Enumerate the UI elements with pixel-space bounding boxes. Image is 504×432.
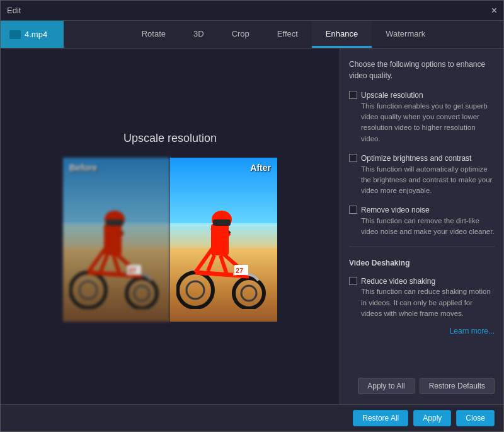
preview-title: Upscale resolution [123,132,217,145]
edit-window: Edit × 4.mp4 Rotate 3D Crop Effect Enhan… [0,0,504,432]
window-title: Edit [7,6,21,15]
noise-desc: This function can remove the dirt-like v… [361,216,495,238]
file-tab-label: 4.mp4 [25,30,47,39]
deshaking-desc: This function can reduce shaking motion … [361,286,495,319]
upscale-desc: This function enables you to get superb … [361,101,495,144]
upscale-row: Upscale resolution [349,90,495,101]
deshaking-option: Reduce video shaking This function can r… [349,274,495,320]
svg-text:27: 27 [236,267,243,274]
before-label: Before [69,163,97,173]
before-image: 27 Before [63,158,170,322]
svg-rect-33 [213,219,231,226]
settings-intro: Choose the following options to enhance … [349,59,495,81]
svg-line-31 [208,255,214,271]
svg-point-20 [234,278,264,308]
restore-all-button[interactable]: Restore All [353,410,408,426]
svg-point-2 [127,278,157,308]
upscale-option: Upscale resolution This function enables… [349,88,495,144]
after-moto-bg: 27 [170,158,277,322]
before-after-container: 27 Before [63,158,277,322]
after-image: 27 After [170,158,277,322]
brightness-option: Optimize brightness and contrast This fu… [349,151,495,197]
svg-point-3 [134,286,149,301]
svg-rect-15 [106,219,123,226]
tab-effect[interactable]: Effect [263,21,312,48]
brightness-label: Optimize brightness and contrast [361,153,471,164]
settings-panel: Choose the following options to enhance … [340,49,503,404]
tabs-container: Rotate 3D Crop Effect Enhance Watermark [64,21,503,48]
title-bar: Edit × [1,1,503,21]
svg-point-0 [71,272,106,308]
tab-bar: 4.mp4 Rotate 3D Crop Effect Enhance Wate… [1,21,503,49]
before-moto-bg: 27 [63,158,170,322]
svg-point-21 [241,286,256,301]
upscale-checkbox[interactable] [349,91,357,99]
divider [349,247,495,247]
tab-rotate[interactable]: Rotate [128,21,180,48]
svg-line-13 [101,255,107,271]
noise-option: Remove video noise This function can rem… [349,202,495,237]
deshaking-checkbox[interactable] [349,277,357,285]
tab-enhance[interactable]: Enhance [312,21,372,48]
deshaking-section-title: Video Deshaking [349,259,495,267]
file-icon [9,30,21,39]
restore-defaults-button[interactable]: Restore Defaults [420,378,495,394]
svg-text:27: 27 [129,267,136,274]
final-bar: Restore All Apply Close [1,404,503,431]
svg-point-18 [178,272,213,308]
close-window-button[interactable]: × [491,6,497,16]
preview-panel: Upscale resolution [1,49,340,404]
rider-svg-before: 27 [69,183,161,309]
content-area: Upscale resolution [1,49,503,404]
svg-point-19 [186,281,204,299]
noise-checkbox[interactable] [349,206,357,214]
tab-3d[interactable]: 3D [180,21,218,48]
after-label: After [250,163,271,173]
brightness-row: Optimize brightness and contrast [349,153,495,164]
tab-crop[interactable]: Crop [218,21,263,48]
brightness-desc: This function will automatically optimiz… [361,164,495,197]
rider-svg-after: 27 [176,183,268,309]
noise-row: Remove video noise [349,205,495,216]
settings-buttons: Apply to All Restore Defaults [349,371,495,394]
upscale-label: Upscale resolution [361,90,423,101]
learn-more-link[interactable]: Learn more... [349,327,495,336]
file-tab[interactable]: 4.mp4 [1,21,64,48]
deshaking-row: Reduce video shaking [349,276,495,287]
tab-watermark[interactable]: Watermark [372,21,439,48]
svg-point-1 [79,281,97,299]
deshaking-label: Reduce video shaking [361,276,435,287]
apply-button[interactable]: Apply [413,410,451,426]
close-button[interactable]: Close [456,410,495,426]
apply-to-all-button[interactable]: Apply to All [358,378,414,394]
brightness-checkbox[interactable] [349,154,357,162]
noise-label: Remove video noise [361,205,430,216]
